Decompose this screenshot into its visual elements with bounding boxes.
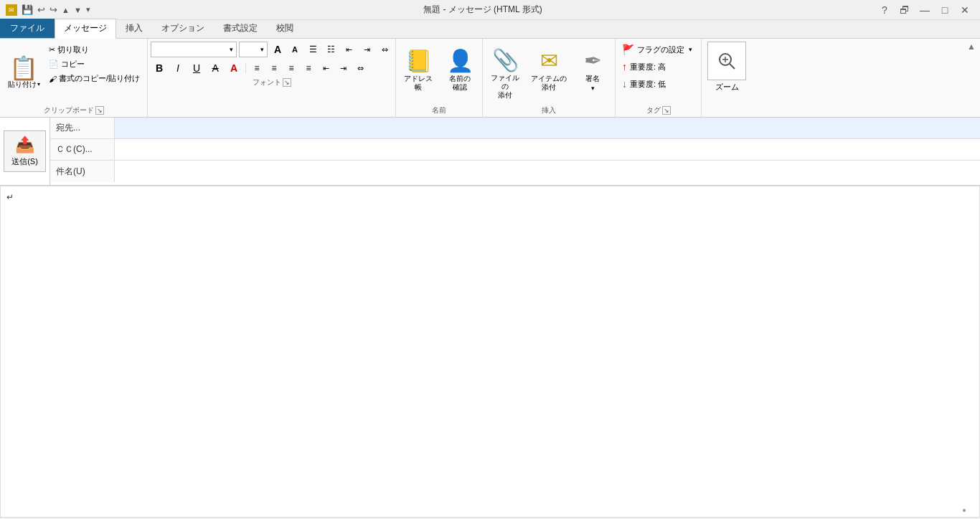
check-names-icon: 👤	[447, 48, 473, 73]
attach-file-button[interactable]: 📎 ファイルの 添付	[486, 44, 524, 102]
flag-button[interactable]: 🚩 フラグの設定 ▾	[618, 42, 698, 57]
names-group: 📒 アドレス帳 👤 名前の 確認 名前	[396, 39, 483, 117]
tags-group: 🚩 フラグの設定 ▾ ↑ 重要度: 高 ↓ 重要度: 低 タグ ↘	[616, 39, 702, 117]
insert-footer: 挿入	[486, 104, 612, 117]
ribbon-collapse-button[interactable]: ▲	[967, 42, 976, 52]
zoom-footer	[707, 95, 746, 98]
paste-icon: 📋	[9, 57, 38, 80]
underline-button[interactable]: U	[188, 60, 205, 76]
decrease-indent-button[interactable]: ⇤	[341, 42, 357, 57]
font-expand-button[interactable]: ↘	[283, 78, 291, 87]
to-input[interactable]	[115, 118, 980, 138]
close-button[interactable]: ✕	[956, 3, 974, 17]
tab-review[interactable]: 校閲	[267, 19, 303, 39]
zoom-button[interactable]	[707, 42, 746, 80]
to-button[interactable]: 宛先...	[50, 118, 115, 138]
address-book-icon: 📒	[405, 48, 432, 73]
tab-message[interactable]: メッセージ	[55, 19, 116, 39]
clipboard-expand-button[interactable]: ↘	[95, 106, 104, 115]
up-icon[interactable]: ▲	[62, 6, 70, 14]
attach-item-icon: ✉	[540, 48, 558, 73]
address-book-button[interactable]: 📒 アドレス帳	[399, 44, 438, 102]
check-names-button[interactable]: 👤 名前の 確認	[440, 44, 479, 102]
tab-options[interactable]: オプション	[152, 19, 214, 39]
ribbon: 📋 貼り付け ▾ ✂ 切り取り 📄 コピー 🖌 書式のコピー/貼り付け	[0, 39, 980, 118]
font-size-dropdown[interactable]: ▾	[239, 42, 268, 57]
signature-icon: ✒	[584, 48, 602, 73]
flag-arrow: ▾	[689, 46, 692, 53]
help-button[interactable]: ?	[875, 3, 894, 17]
send-btn-area: 📤 送信(S)	[0, 118, 50, 185]
tab-format[interactable]: 書式設定	[214, 19, 267, 39]
increase-font-size-button[interactable]: A	[270, 42, 286, 57]
strikethrough-button[interactable]: A	[207, 60, 224, 76]
font-group: ▾ ▾ A A ☰ ☷ ⇤ ⇥ ⇔ B I U A A ≡ ≡	[148, 39, 396, 117]
decrease-font-size-button[interactable]: A	[287, 42, 303, 57]
redo-icon[interactable]: ↪	[50, 4, 57, 15]
minimize-button[interactable]: —	[915, 3, 934, 17]
copy-button[interactable]: 📄 コピー	[46, 57, 143, 71]
signature-arrow: ▾	[591, 85, 595, 92]
attach-file-icon: 📎	[492, 47, 519, 72]
increase-indent-button[interactable]: ⇥	[359, 42, 374, 57]
low-importance-button[interactable]: ↓ 重要度: 低	[618, 76, 698, 92]
bold-button[interactable]: B	[151, 60, 168, 76]
signature-button[interactable]: ✒ 署名 ▾	[573, 44, 612, 102]
window-controls: ? 🗗 — □ ✕	[875, 3, 974, 17]
status-dot	[963, 509, 966, 512]
attach-item-button[interactable]: ✉ アイテムの 添付	[527, 44, 570, 102]
tags-footer: タグ ↘	[618, 104, 698, 117]
bullets-button[interactable]: ☰	[305, 42, 321, 57]
subject-input[interactable]	[115, 161, 980, 182]
save-icon[interactable]: 💾	[22, 4, 33, 15]
text-rtl-button[interactable]: ⇔	[352, 60, 368, 76]
format-painter-button[interactable]: 🖌 書式のコピー/貼り付け	[46, 72, 143, 85]
subject-row: 件名(U)	[50, 161, 980, 182]
cc-input[interactable]	[115, 139, 980, 160]
down-icon[interactable]: ▼	[74, 6, 82, 14]
indent-more-button[interactable]: ⇥	[335, 60, 351, 76]
align-right-button[interactable]: ≡	[283, 60, 299, 76]
title-bar: ✉ 💾 ↩ ↪ ▲ ▼ ▾ 無題 - メッセージ (HTML 形式) ? 🗗 —…	[0, 0, 980, 20]
clipboard-small-btns: ✂ 切り取り 📄 コピー 🖌 書式のコピー/貼り付け	[46, 42, 143, 104]
justify-button[interactable]: ≡	[301, 60, 316, 76]
zoom-group: ズーム	[702, 39, 752, 117]
indent-less-button[interactable]: ⇤	[318, 60, 334, 76]
low-importance-icon: ↓	[622, 78, 627, 90]
clipboard-footer: クリップボード ↘	[4, 104, 143, 117]
ribbon-toggle-button[interactable]: 🗗	[895, 3, 914, 17]
high-importance-icon: ↑	[622, 61, 627, 72]
tab-insert[interactable]: 挿入	[116, 19, 152, 39]
numbering-button[interactable]: ☷	[323, 42, 339, 57]
app-icon: ✉	[6, 4, 17, 16]
font-footer: フォント ↘	[151, 76, 392, 89]
paste-dropdown-arrow[interactable]: ▾	[37, 81, 40, 87]
tab-file[interactable]: ファイル	[0, 19, 55, 38]
svg-line-1	[730, 64, 735, 69]
body-cursor-indicator: ↵	[6, 192, 14, 202]
paste-button[interactable]: 📋 貼り付け ▾	[4, 42, 43, 104]
italic-button[interactable]: I	[169, 60, 187, 76]
cc-row: ＣＣ(C)...	[50, 139, 980, 161]
subject-label-container: 件名(U)	[50, 161, 115, 182]
tags-expand-button[interactable]: ↘	[662, 106, 671, 115]
rtl-button[interactable]: ⇔	[377, 42, 392, 57]
zoom-icon	[716, 50, 738, 72]
send-icon: 📤	[15, 135, 34, 154]
email-form: 📤 送信(S) 宛先... ＣＣ(C)... 件名(U)	[0, 118, 980, 186]
email-body[interactable]: ↵	[0, 186, 980, 518]
align-center-button[interactable]: ≡	[266, 60, 282, 76]
to-row: 宛先...	[50, 118, 980, 139]
send-button[interactable]: 📤 送信(S)	[4, 130, 46, 172]
align-left-button[interactable]: ≡	[249, 60, 265, 76]
cc-button[interactable]: ＣＣ(C)...	[50, 139, 115, 160]
undo-icon[interactable]: ↩	[37, 4, 45, 15]
font-name-dropdown[interactable]: ▾	[151, 42, 237, 57]
font-size-arrow: ▾	[260, 46, 264, 53]
cut-button[interactable]: ✂ 切り取り	[46, 43, 143, 57]
clipboard-group: 📋 貼り付け ▾ ✂ 切り取り 📄 コピー 🖌 書式のコピー/貼り付け	[0, 39, 148, 117]
window-title: 無題 - メッセージ (HTML 形式)	[90, 4, 875, 16]
font-color-button[interactable]: A	[225, 60, 242, 76]
high-importance-button[interactable]: ↑ 重要度: 高	[618, 59, 698, 75]
maximize-button[interactable]: □	[936, 3, 954, 17]
